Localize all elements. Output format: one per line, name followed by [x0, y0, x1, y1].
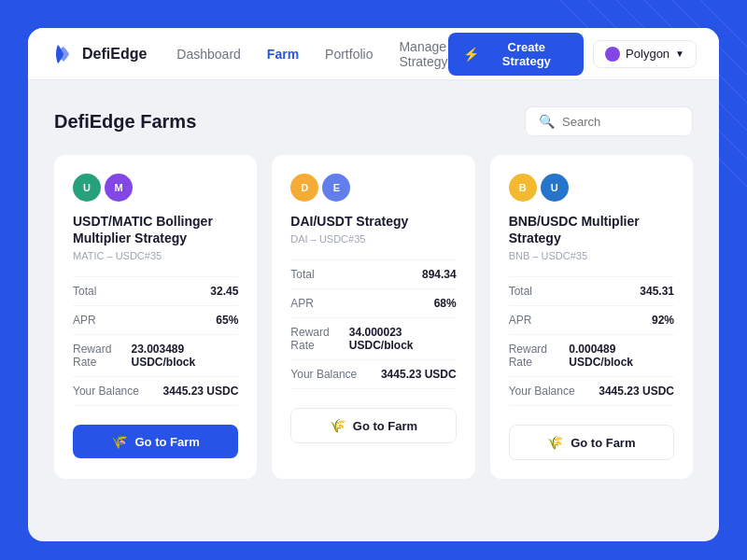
card-title-1: USDT/MATIC Bollinger Multiplier Strategy: [73, 213, 238, 246]
search-icon: 🔍: [539, 114, 555, 129]
create-strategy-label: Create Strategy: [485, 40, 570, 68]
stat-value: 345.31: [640, 285, 674, 298]
card-stats-1: Total 32.45 APR 65% Reward Rate 23.00348…: [73, 276, 238, 406]
content-area: DefiEdge Farms 🔍 U M USDT/MATIC Bollinge…: [28, 80, 719, 541]
search-box: 🔍: [525, 106, 693, 136]
polygon-button[interactable]: Polygon ▼: [593, 40, 697, 68]
content-header: DefiEdge Farms 🔍: [54, 106, 693, 136]
farm-card-2: D E DAI/USDT Strategy DAI – USDC#35 Tota…: [272, 155, 474, 479]
card-subtitle-2: DAI – USDC#35: [290, 233, 456, 245]
stat-value: 3445.23 USDC: [163, 385, 239, 398]
nav-portfolio[interactable]: Portfolio: [325, 47, 373, 62]
stat-label: Total: [290, 268, 314, 281]
card-icons-3: B U: [509, 174, 674, 202]
go-to-farm-label: Go to Farm: [134, 435, 199, 449]
stat-row-1: APR 68%: [290, 289, 456, 318]
nav-farm[interactable]: Farm: [267, 47, 299, 62]
nav-manage-strategy[interactable]: Manage Strategy: [399, 39, 447, 69]
stat-label: Total: [73, 285, 96, 298]
logo-text: DefiEdge: [82, 46, 147, 63]
logo: DefiEdge: [50, 41, 147, 67]
go-to-farm-label: Go to Farm: [353, 419, 417, 433]
nav-dashboard[interactable]: Dashboard: [176, 47, 241, 62]
stat-label: Reward Rate: [509, 343, 570, 369]
stat-label: Your Balance: [290, 368, 357, 381]
nav-links: Dashboard Farm Portfolio Manage Strategy: [176, 39, 447, 69]
go-to-farm-button-2[interactable]: 🌾 Go to Farm: [290, 408, 456, 443]
navbar: DefiEdge Dashboard Farm Portfolio Manage…: [28, 28, 719, 80]
stat-value: 894.34: [422, 268, 457, 281]
stat-value: 3445.23 USDC: [599, 385, 674, 398]
go-to-farm-button-1[interactable]: 🌾 Go to Farm: [73, 425, 238, 458]
go-to-farm-button-3[interactable]: 🌾 Go to Farm: [509, 425, 674, 460]
stat-row-2: Reward Rate 34.000023 USDC/block: [290, 318, 456, 360]
stat-row-0: Total 894.34: [290, 260, 456, 289]
card-icons-2: D E: [290, 174, 456, 202]
lightning-icon: ⚡: [463, 47, 479, 62]
stat-label: APR: [290, 297, 314, 310]
go-to-farm-label: Go to Farm: [571, 436, 635, 450]
polygon-label: Polygon: [626, 47, 669, 61]
stat-row-2: Reward Rate 23.003489 USDC/block: [73, 335, 238, 377]
stat-label: Your Balance: [509, 385, 575, 398]
token2-icon: M: [105, 174, 133, 202]
polygon-icon: [605, 47, 620, 62]
page-title: DefiEdge Farms: [54, 111, 196, 133]
card-stats-2: Total 894.34 APR 68% Reward Rate 34.0000…: [290, 259, 456, 389]
card-stats-3: Total 345.31 APR 92% Reward Rate 0.00048…: [509, 276, 674, 406]
stat-value: 65%: [216, 314, 238, 327]
card-title-2: DAI/USDT Strategy: [290, 213, 456, 230]
main-container: DefiEdge Dashboard Farm Portfolio Manage…: [28, 28, 719, 541]
farm-card-1: U M USDT/MATIC Bollinger Multiplier Stra…: [54, 155, 257, 479]
card-icons-1: U M: [73, 174, 238, 202]
card-subtitle-1: MATIC – USDC#35: [73, 250, 238, 261]
stat-value: 34.000023 USDC/block: [349, 326, 457, 352]
stat-row-2: Reward Rate 0.000489 USDC/block: [509, 335, 674, 377]
token1-icon: U: [73, 174, 101, 202]
token1-icon: D: [290, 174, 318, 202]
stat-label: APR: [73, 314, 96, 327]
stat-row-3: Your Balance 3445.23 USDC: [509, 377, 674, 406]
stat-value: 68%: [434, 297, 457, 310]
farm-icon: 🌾: [330, 418, 345, 433]
stat-label: Reward Rate: [290, 326, 348, 352]
stat-row-1: APR 65%: [73, 306, 238, 335]
stat-label: Total: [509, 285, 532, 298]
token2-icon: E: [322, 174, 350, 202]
token2-icon: U: [541, 174, 569, 202]
logo-icon: [50, 41, 77, 67]
stat-label: Reward Rate: [73, 343, 131, 369]
stat-value: 3445.23 USDC: [381, 368, 457, 381]
stat-row-0: Total 32.45: [73, 277, 238, 306]
create-strategy-button[interactable]: ⚡ Create Strategy: [448, 33, 585, 76]
cards-grid: U M USDT/MATIC Bollinger Multiplier Stra…: [54, 155, 693, 479]
stat-value: 0.000489 USDC/block: [569, 343, 674, 369]
stat-label: Your Balance: [73, 385, 139, 398]
farm-card-3: B U BNB/USDC Multiplier Strategy BNB – U…: [490, 155, 693, 479]
stat-row-3: Your Balance 3445.23 USDC: [290, 360, 456, 389]
stat-value: 32.45: [210, 285, 238, 298]
search-input[interactable]: [562, 115, 679, 129]
stat-row-0: Total 345.31: [509, 277, 674, 306]
stat-row-1: APR 92%: [509, 306, 674, 335]
token1-icon: B: [509, 174, 537, 202]
farm-icon: 🌾: [111, 434, 127, 449]
stat-label: APR: [509, 314, 532, 327]
stat-value: 92%: [652, 314, 674, 327]
stat-row-3: Your Balance 3445.23 USDC: [73, 377, 238, 406]
stat-value: 23.003489 USDC/block: [131, 343, 238, 369]
farm-icon: 🌾: [547, 435, 563, 450]
nav-actions: ⚡ Create Strategy Polygon ▼: [448, 33, 697, 76]
card-title-3: BNB/USDC Multiplier Strategy: [509, 213, 674, 246]
chevron-down-icon: ▼: [675, 49, 684, 59]
card-subtitle-3: BNB – USDC#35: [509, 250, 674, 261]
